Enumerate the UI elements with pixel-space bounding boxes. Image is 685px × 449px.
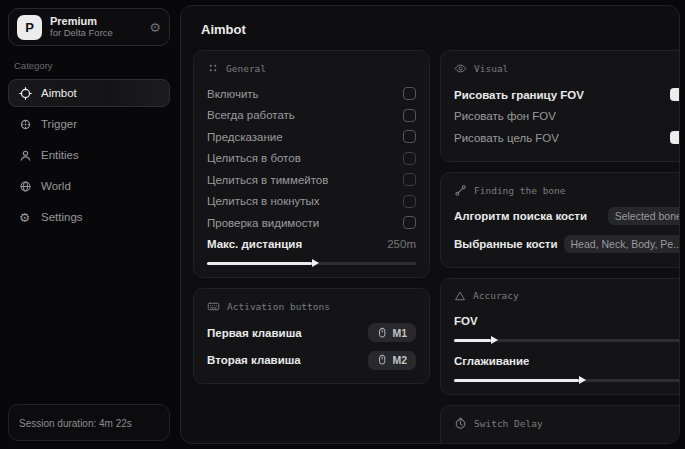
setting-label: Первая клавиша — [207, 327, 302, 339]
brand-text: Premium for Delta Force — [50, 15, 113, 39]
section-title: Activation buttons — [227, 301, 330, 312]
fov-slider[interactable] — [454, 339, 680, 342]
selected-bones-select[interactable]: Head, Neck, Body, Pe... — [564, 235, 680, 253]
max-distance-row: Макс. дистанция 250m — [207, 234, 416, 256]
max-distance-slider[interactable] — [207, 262, 416, 265]
smoothing-slider-row: Сглаживание 50% — [454, 350, 680, 372]
section-title: Finding the bone — [474, 185, 566, 196]
general-card: General Включить Всегда работать Предска… — [193, 50, 430, 278]
sidebar-item-trigger[interactable]: Trigger — [8, 110, 170, 138]
right-column: Visual Рисовать границу FOV Рисовать фон… — [440, 50, 680, 444]
visual-header: Visual — [454, 62, 680, 75]
checkbox-target-bots[interactable] — [403, 152, 416, 165]
bone-icon — [454, 184, 467, 197]
gear-icon[interactable]: ⚙ — [149, 20, 161, 35]
section-title: Switch Delay — [474, 418, 543, 429]
color-swatch[interactable] — [670, 88, 680, 101]
first-key-row: Первая клавиша M1 — [207, 322, 416, 344]
checkbox-prediction[interactable] — [403, 130, 416, 143]
grid-dots-icon — [207, 62, 219, 74]
setting-label: Всегда работать — [207, 109, 295, 121]
activation-header: Activation buttons — [207, 300, 416, 313]
setting-row-target-teammates: Целиться в тиммейтов — [207, 169, 416, 191]
slider-fill — [207, 262, 312, 265]
setting-label: Макс. дистанция — [207, 238, 302, 250]
setting-label: Вторая клавиша — [207, 354, 301, 366]
setting-label: Задержка переключения — [454, 443, 586, 444]
keybind-value: M1 — [392, 327, 407, 339]
setting-label: Предсказание — [207, 131, 283, 143]
fov-border-controls — [670, 88, 680, 101]
sidebar-item-world[interactable]: World — [8, 172, 170, 200]
setting-label: Выбранные кости — [454, 238, 558, 250]
sidebar-item-settings[interactable]: ⚙ Settings — [8, 203, 170, 231]
sidebar-item-aimbot[interactable]: Aimbot — [8, 79, 170, 107]
smoothing-slider[interactable] — [454, 379, 680, 382]
setting-label: Включить — [207, 88, 259, 100]
setting-label: Рисовать границу FOV — [454, 89, 584, 101]
accuracy-card: Accuracy FOV 60° Сглаживание 50% — [440, 278, 680, 395]
setting-label: Рисовать фон FOV — [454, 110, 556, 122]
setting-label: Сглаживание — [454, 355, 529, 367]
second-keybind-button[interactable]: M2 — [368, 351, 416, 370]
brand-subtitle: for Delta Force — [50, 28, 113, 39]
checkbox-target-knocked[interactable] — [403, 195, 416, 208]
sidebar-item-label: Trigger — [41, 118, 77, 130]
session-duration-card: Session duration: 4m 22s — [8, 404, 170, 441]
setting-row-target-knocked: Целиться в нокнутых — [207, 191, 416, 213]
section-title: General — [226, 63, 266, 74]
general-header: General — [207, 62, 416, 74]
sidebar-item-label: Aimbot — [41, 87, 77, 99]
setting-row-target-bots: Целиться в ботов — [207, 148, 416, 170]
setting-row-always-work: Всегда работать — [207, 105, 416, 127]
switch-delay-toggle-row: Задержка переключения — [454, 439, 680, 445]
triangle-icon — [454, 290, 466, 302]
eye-icon — [454, 62, 467, 75]
selected-value: Selected bone — [615, 210, 680, 222]
sidebar: P Premium for Delta Force ⚙ Category Aim… — [0, 0, 178, 449]
setting-label: Целиться в тиммейтов — [207, 174, 328, 186]
setting-label: Алгоритм поиска кости — [454, 210, 587, 222]
selected-value: Head, Neck, Body, Pe... — [571, 238, 680, 250]
checkbox-enable[interactable] — [403, 87, 416, 100]
checkbox-target-teammates[interactable] — [403, 173, 416, 186]
setting-label: Рисовать цель FOV — [454, 132, 559, 144]
sidebar-item-label: Entities — [41, 149, 79, 161]
page-title: Aimbot — [201, 22, 667, 37]
max-distance-value: 250m — [387, 238, 416, 250]
sidebar-item-label: Settings — [41, 211, 83, 223]
section-title: Accuracy — [473, 290, 519, 301]
checkbox-always-work[interactable] — [403, 109, 416, 122]
session-duration-text: Session duration: 4m 22s — [19, 418, 132, 429]
setting-label: FOV — [454, 315, 478, 327]
fov-target-row: Рисовать цель FOV — [454, 127, 680, 149]
main-panel: Aimbot General Включить Всегда работать — [180, 5, 680, 444]
selected-bones-row: Выбранные кости Head, Neck, Body, Pe... — [454, 233, 680, 255]
clock-icon — [454, 417, 467, 430]
checkbox-visibility-check[interactable] — [403, 216, 416, 229]
mouse-icon — [377, 327, 387, 339]
category-label: Category — [14, 60, 164, 71]
slider-fill — [454, 339, 491, 342]
color-swatch[interactable] — [670, 131, 680, 144]
crosshair-icon — [19, 87, 32, 100]
sidebar-item-label: World — [41, 180, 71, 192]
setting-row-enable: Включить — [207, 83, 416, 105]
bones-card: Finding the bone Алгоритм поиска кости S… — [440, 172, 680, 268]
setting-label: Целиться в нокнутых — [207, 195, 320, 207]
visual-card: Visual Рисовать границу FOV Рисовать фон… — [440, 50, 680, 162]
brand-title: Premium — [50, 15, 113, 28]
setting-row-prediction: Предсказание — [207, 126, 416, 148]
switch-delay-card: Switch Delay Задержка переключения Задер… — [440, 405, 680, 445]
fov-border-row: Рисовать границу FOV — [454, 84, 680, 106]
sidebar-item-entities[interactable]: Entities — [8, 141, 170, 169]
setting-label: Целиться в ботов — [207, 152, 301, 164]
first-keybind-button[interactable]: M1 — [368, 323, 416, 342]
bone-algorithm-row: Алгоритм поиска кости Selected bone — [454, 206, 680, 228]
settings-icon: ⚙ — [19, 210, 32, 225]
world-icon — [19, 180, 32, 193]
slider-fill — [454, 379, 579, 382]
keybind-value: M2 — [392, 354, 407, 366]
bone-algorithm-select[interactable]: Selected bone — [608, 207, 680, 225]
activation-card: Activation buttons Первая клавиша M1 Вто… — [193, 288, 430, 384]
